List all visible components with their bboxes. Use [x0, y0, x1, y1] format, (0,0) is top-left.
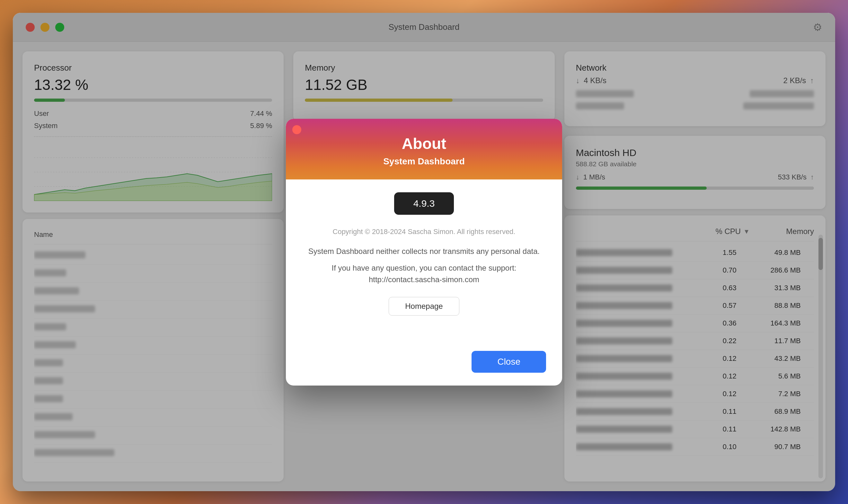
homepage-button[interactable]: Homepage: [389, 297, 459, 316]
modal-overlay: About System Dashboard 4.9.3 Copyright ©…: [13, 13, 835, 491]
main-window: System Dashboard ⚙ Processor 13.32 % Use…: [13, 13, 835, 491]
version-badge: 4.9.3: [394, 192, 454, 215]
close-button[interactable]: Close: [472, 351, 546, 373]
about-modal: About System Dashboard 4.9.3 Copyright ©…: [286, 119, 562, 385]
modal-footer: Close: [286, 344, 562, 385]
modal-body: 4.9.3 Copyright © 2018-2024 Sascha Simon…: [286, 179, 562, 344]
privacy-note: System Dashboard neither collects nor tr…: [305, 246, 543, 257]
about-subtitle: System Dashboard: [299, 156, 549, 167]
copyright-text: Copyright © 2018-2024 Sascha Simon. All …: [305, 228, 543, 236]
about-title: About: [299, 135, 549, 152]
modal-close-traffic-light[interactable]: [292, 125, 301, 134]
support-text: If you have any question, you can contac…: [305, 262, 543, 285]
modal-header: About System Dashboard: [286, 119, 562, 179]
